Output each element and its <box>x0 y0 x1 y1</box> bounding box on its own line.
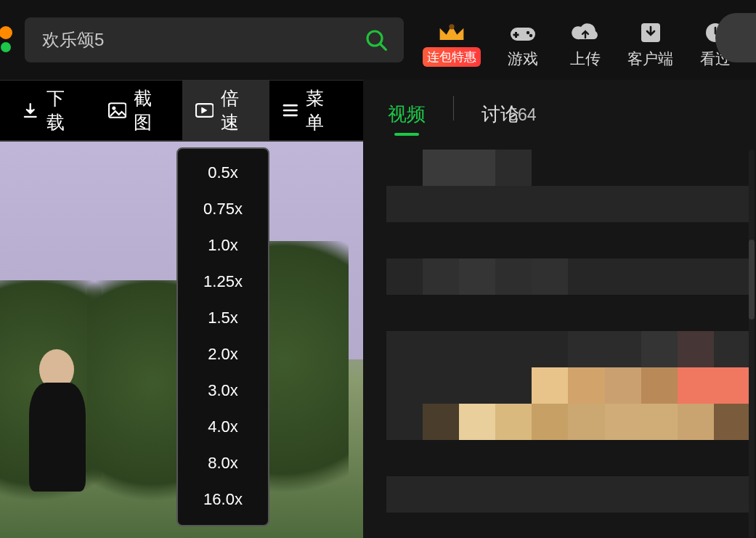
download-box-icon <box>636 18 665 47</box>
svg-point-8 <box>527 31 529 34</box>
speed-option[interactable]: 1.5x <box>178 300 268 336</box>
speed-option[interactable]: 0.75x <box>178 191 268 227</box>
speed-option[interactable]: 8.0x <box>178 445 268 481</box>
speed-option[interactable]: 3.0x <box>178 372 268 409</box>
tab-separator <box>453 96 454 121</box>
download-button[interactable]: 下载 <box>9 81 95 140</box>
search-button[interactable] <box>362 25 391 54</box>
screenshot-button[interactable]: 截图 <box>95 81 182 140</box>
nav-client[interactable]: 客户端 <box>627 18 673 69</box>
svg-point-13 <box>112 107 115 110</box>
search-input[interactable] <box>42 30 362 50</box>
nav-label: 上传 <box>570 49 601 69</box>
search-icon <box>365 28 388 52</box>
app-header: 连包特惠 游戏 上传 客户端 看过 <box>0 0 756 80</box>
player-pane: 下载 截图 倍速 菜单 0.5x0.75x1.0x1.25x1.5x2.0x3.… <box>0 80 363 538</box>
video-list-blurred <box>386 150 750 538</box>
gamepad-icon <box>508 18 537 47</box>
speed-option[interactable]: 16.0x <box>178 481 268 518</box>
nav-upload[interactable]: 上传 <box>565 18 606 69</box>
nav-vip[interactable]: 连包特惠 <box>423 18 481 67</box>
search-box[interactable] <box>25 17 404 62</box>
tab-video[interactable]: 视频 <box>388 102 426 134</box>
speed-option[interactable]: 1.25x <box>178 264 268 300</box>
speed-option[interactable]: 0.5x <box>178 155 268 191</box>
tab-discuss[interactable]: 讨论 564 <box>481 102 537 134</box>
vip-badge-label: 连包特惠 <box>423 47 481 67</box>
content-tabs: 视频 讨论 564 <box>388 96 756 134</box>
speed-button[interactable]: 倍速 <box>182 81 269 140</box>
tool-label: 下载 <box>46 86 82 134</box>
svg-point-4 <box>449 24 454 29</box>
speed-option[interactable]: 1.0x <box>178 227 268 264</box>
speed-option[interactable]: 2.0x <box>178 336 268 372</box>
svg-rect-7 <box>513 34 519 36</box>
discuss-count: 564 <box>508 105 536 124</box>
image-icon <box>108 102 126 118</box>
download-icon <box>22 102 39 119</box>
svg-point-9 <box>529 34 532 37</box>
nav-label: 客户端 <box>627 49 673 69</box>
speed-menu: 0.5x0.75x1.0x1.25x1.5x2.0x3.0x4.0x8.0x16… <box>176 147 269 526</box>
cloud-upload-icon <box>571 18 600 47</box>
tool-label: 截图 <box>134 86 169 134</box>
header-nav: 连包特惠 游戏 上传 客户端 看过 <box>423 11 736 69</box>
nav-game[interactable]: 游戏 <box>503 18 543 69</box>
svg-line-3 <box>381 44 386 49</box>
speed-icon <box>195 103 214 118</box>
scrollbar-thumb[interactable] <box>749 240 755 319</box>
avatar[interactable] <box>715 13 756 62</box>
speed-option[interactable]: 4.0x <box>178 409 268 445</box>
svg-point-0 <box>0 26 12 39</box>
svg-point-1 <box>1 42 11 52</box>
crown-icon <box>437 18 466 47</box>
menu-icon <box>283 104 298 117</box>
tool-label: 倍速 <box>221 86 256 134</box>
menu-button[interactable]: 菜单 <box>269 81 354 140</box>
tool-label: 菜单 <box>306 86 341 134</box>
player-toolbar: 下载 截图 倍速 菜单 <box>0 81 363 140</box>
app-logo <box>0 18 25 62</box>
right-pane: 视频 讨论 564 <box>363 80 756 538</box>
scrollbar-track[interactable] <box>749 150 755 538</box>
nav-label: 游戏 <box>508 49 538 69</box>
